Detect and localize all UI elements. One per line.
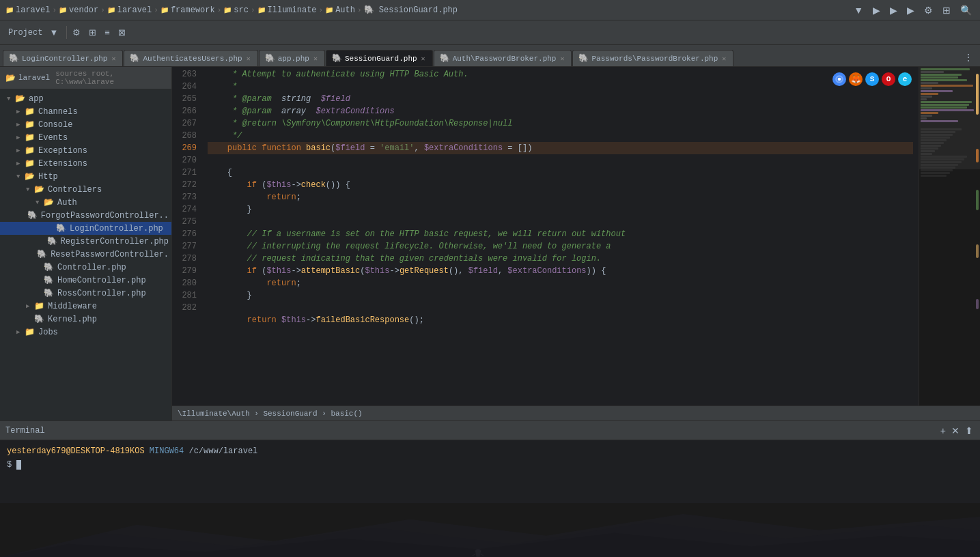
tab-close-btn[interactable]: ✕ xyxy=(312,54,319,63)
editor-scroll[interactable]: 🦊 S O e 263 264 265 266 267 268 xyxy=(172,67,980,405)
sidebar-item-events[interactable]: ▶ 📁 Events xyxy=(0,131,171,144)
sidebar-item-logincontroller[interactable]: 🐘 LoginController.php xyxy=(0,222,171,235)
folder-icon: 📁 xyxy=(25,145,35,156)
folder-icon: 📁 xyxy=(25,158,35,169)
nav-auth[interactable]: 📁 Auth xyxy=(325,5,355,15)
nav-config-btn[interactable]: ▶ xyxy=(904,3,917,17)
tab-close-btn[interactable]: ✕ xyxy=(110,54,117,63)
sidebar-item-middleware[interactable]: ▶ 📁 Middleware xyxy=(0,300,171,313)
folder-icon: 📁 xyxy=(25,132,35,143)
tab-close-btn[interactable]: ✕ xyxy=(420,54,427,63)
sidebar-item-auth[interactable]: ▼ 📂 Auth xyxy=(0,196,171,209)
nav-src[interactable]: 📁 src xyxy=(223,5,249,15)
nav-gear-btn[interactable]: ⚙ xyxy=(921,3,936,17)
sidebar-item-homecontroller[interactable]: 🐘 HomeController.php xyxy=(0,274,171,287)
terminal-body[interactable]: yesterday679@DESKTOP-4819KOS MINGW64 /c/… xyxy=(0,440,980,503)
tabs-bar: 🐘 LoginController.php ✕ 🐘 AuthenticatesU… xyxy=(0,45,980,67)
line-numbers: 263 264 265 266 267 268 269 270 271 272 … xyxy=(172,67,202,405)
opera-icon[interactable]: O xyxy=(882,72,895,86)
sidebar-item-app[interactable]: ▼ 📂 app xyxy=(0,92,171,105)
tab-close-btn[interactable]: ✕ xyxy=(245,54,252,63)
tab-login-controller[interactable]: 🐘 LoginController.php ✕ xyxy=(3,50,123,66)
status-bar: \Illuminate\Auth › SessionGuard › basic(… xyxy=(172,405,980,420)
toolbar-layout-btn[interactable]: ⊞ xyxy=(86,26,99,39)
project-dropdown-btn[interactable]: ▼ xyxy=(46,26,61,39)
arrow-icon: ▼ xyxy=(16,173,23,180)
tab-app-php[interactable]: 🐘 app.php ✕ xyxy=(259,50,325,66)
tabs-overflow-btn[interactable]: ⋮ xyxy=(960,49,977,66)
folder-icon: 📂 xyxy=(25,171,35,182)
folder-icon: 📁 xyxy=(223,6,232,14)
chrome-icon[interactable] xyxy=(832,72,846,86)
arrow-icon: ▶ xyxy=(16,108,23,115)
arrow-icon: ▼ xyxy=(36,199,42,206)
mountain-svg xyxy=(0,503,980,558)
sidebar-item-exceptions[interactable]: ▶ 📁 Exceptions xyxy=(0,144,171,157)
nav-laravel[interactable]: 📁 laravel xyxy=(5,5,50,15)
tab-passwords-broker[interactable]: 🐘 Passwords\PasswordBroker.php ✕ xyxy=(572,50,733,66)
ie-icon[interactable]: e xyxy=(898,72,912,86)
tab-auth-password-broker[interactable]: 🐘 Auth\PasswordBroker.php ✕ xyxy=(434,50,572,66)
terminal-maximize-btn[interactable]: ⬆ xyxy=(964,424,975,438)
file-icon: 🐘 xyxy=(44,288,54,298)
sidebar-item-controllers[interactable]: ▼ 📂 Controllers xyxy=(0,183,171,196)
nav-grid-btn[interactable]: ⊞ xyxy=(940,3,953,17)
nav-run-btn[interactable]: ▶ xyxy=(870,3,883,17)
sidebar-item-jobs[interactable]: ▶ 📁 Jobs xyxy=(0,326,171,339)
nav-search-btn[interactable]: 🔍 xyxy=(957,3,975,17)
tab-php-icon: 🐘 xyxy=(440,53,450,63)
safari-icon[interactable]: S xyxy=(865,72,879,86)
toolbar-close-btn[interactable]: ⊠ xyxy=(115,26,128,39)
nav-vendor[interactable]: 📁 vendor xyxy=(59,5,98,15)
minimap-content xyxy=(919,67,980,179)
code-editor[interactable]: * Attempt to authenticate using HTTP Bas… xyxy=(202,67,919,405)
toolbar: Project ▼ ⚙ ⊞ ≡ ⊠ xyxy=(0,20,980,45)
arrow-icon: ▼ xyxy=(26,186,33,193)
svg-rect-5 xyxy=(476,552,480,556)
terminal-cursor xyxy=(16,460,21,470)
arrow-icon: ▶ xyxy=(26,302,33,310)
sidebar-item-http[interactable]: ▼ 📂 Http xyxy=(0,170,171,183)
file-icon: 🐘 xyxy=(34,314,44,324)
file-icon: 🐘 xyxy=(47,236,57,246)
nav-laravel2[interactable]: 📁 laravel xyxy=(107,5,152,15)
sidebar-item-channels[interactable]: ▶ 📁 Channels xyxy=(0,105,171,118)
tab-close-btn[interactable]: ✕ xyxy=(720,54,727,63)
nav-framework[interactable]: 📁 framework xyxy=(160,5,215,15)
tab-session-guard[interactable]: 🐘 SessionGuard.php ✕ xyxy=(326,50,433,66)
sidebar-item-resetpassword[interactable]: 🐘 ResetPasswordController. xyxy=(0,248,171,261)
project-icon: 📂 xyxy=(5,73,16,83)
firefox-icon[interactable]: 🦊 xyxy=(849,72,863,86)
arrow-icon: ▶ xyxy=(16,147,23,154)
sidebar-item-kernel[interactable]: 🐘 Kernel.php xyxy=(0,313,171,326)
arrow-icon: ▶ xyxy=(16,121,23,128)
nav-debug-btn[interactable]: ▶ xyxy=(887,3,900,17)
arrow-icon: ▶ xyxy=(16,134,23,141)
nav-dropdown-btn[interactable]: ▼ xyxy=(851,3,866,17)
file-icon: 🐘 xyxy=(44,262,54,272)
tab-authenticates-users[interactable]: 🐘 AuthenticatesUsers.php ✕ xyxy=(124,50,257,66)
sidebar-item-controller[interactable]: 🐘 Controller.php xyxy=(0,261,171,274)
toolbar-menu-btn[interactable]: ≡ xyxy=(102,26,113,39)
nav-sessionguard[interactable]: 🐘 SessionGuard.php xyxy=(364,5,458,15)
sidebar-item-registercontroller[interactable]: 🐘 RegisterController.php xyxy=(0,235,171,248)
terminal-header: Terminal + ✕ ⬆ xyxy=(0,421,980,440)
folder-icon: 📂 xyxy=(15,94,25,104)
sidebar-item-rosscontroller[interactable]: 🐘 RossController.php xyxy=(0,287,171,300)
sidebar-item-extensions[interactable]: ▶ 📁 Extensions xyxy=(0,157,171,170)
nav-illuminate[interactable]: 📁 Illuminate xyxy=(257,5,317,15)
sidebar-item-forgotpassword[interactable]: 🐘 ForgotPasswordController.. xyxy=(0,209,171,222)
toolbar-settings-btn[interactable]: ⚙ xyxy=(70,26,83,39)
top-nav-bar: 📁 laravel › 📁 vendor › 📁 laravel › 📁 fra… xyxy=(0,0,980,20)
terminal-close-btn[interactable]: ✕ xyxy=(950,424,961,438)
sidebar-item-console[interactable]: ▶ 📁 Console xyxy=(0,118,171,131)
tab-php-icon: 🐘 xyxy=(9,53,19,63)
folder-icon: 📁 xyxy=(25,327,35,337)
breadcrumb: 📁 laravel › 📁 vendor › 📁 laravel › 📁 fra… xyxy=(5,5,458,15)
background-landscape xyxy=(0,503,980,558)
file-icon: 🐘 xyxy=(37,249,47,259)
terminal-section: Terminal + ✕ ⬆ yesterday679@DESKTOP-4819… xyxy=(0,420,980,557)
file-icon: 🐘 xyxy=(44,275,54,285)
tab-close-btn[interactable]: ✕ xyxy=(559,54,565,63)
terminal-add-btn[interactable]: + xyxy=(939,424,947,438)
